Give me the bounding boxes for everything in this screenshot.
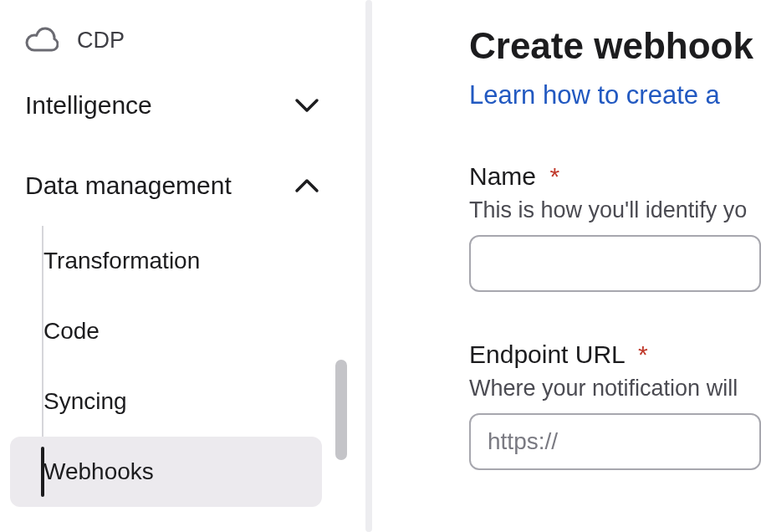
sidebar-item-cdp[interactable]: CDP [0,15,347,65]
sidebar-item-label: Code [43,318,100,344]
field-label-name: Name * [469,162,761,191]
field-label-text: Name [469,162,536,190]
chevron-down-icon [292,90,322,120]
name-input[interactable] [469,235,761,292]
sidebar-item-label: Webhooks [43,458,154,484]
sidebar-item-label: Syncing [43,388,127,414]
sidebar-item-label: CDP [77,28,125,54]
sidebar-item-transformation[interactable]: Transformation [10,226,322,296]
cloud-icon [25,23,59,57]
endpoint-url-input[interactable] [469,413,761,470]
page-title: Create webhook [469,25,761,67]
field-help-name: This is how you'll identify yo [469,197,761,223]
field-help-endpoint: Where your notification will [469,376,761,402]
field-name: Name * This is how you'll identify yo [469,162,761,292]
sidebar: CDP Intelligence Data management Transfo… [0,0,347,532]
sidebar-item-syncing[interactable]: Syncing [10,366,322,437]
field-endpoint: Endpoint URL * Where your notification w… [469,340,761,470]
field-label-endpoint: Endpoint URL * [469,340,761,369]
sidebar-section-data-management[interactable]: Data management [0,146,347,226]
chevron-up-icon [292,171,322,201]
main-content: Create webhook Learn how to create a Nam… [391,0,761,532]
sidebar-section-label: Intelligence [25,91,152,120]
required-marker: * [638,340,648,368]
sidebar-section-intelligence[interactable]: Intelligence [0,65,347,146]
required-marker: * [549,162,559,190]
field-label-text: Endpoint URL [469,340,625,368]
sidebar-item-code[interactable]: Code [10,296,322,366]
sidebar-section-label: Data management [25,171,232,200]
panel-divider[interactable] [347,0,391,532]
sidebar-item-webhooks[interactable]: Webhooks [10,437,322,507]
sidebar-item-label: Transformation [43,248,200,274]
learn-link[interactable]: Learn how to create a [469,80,761,110]
scrollbar-thumb[interactable] [335,360,347,460]
sidebar-subnav-data-management: Transformation Code Syncing Webhooks [0,226,347,507]
